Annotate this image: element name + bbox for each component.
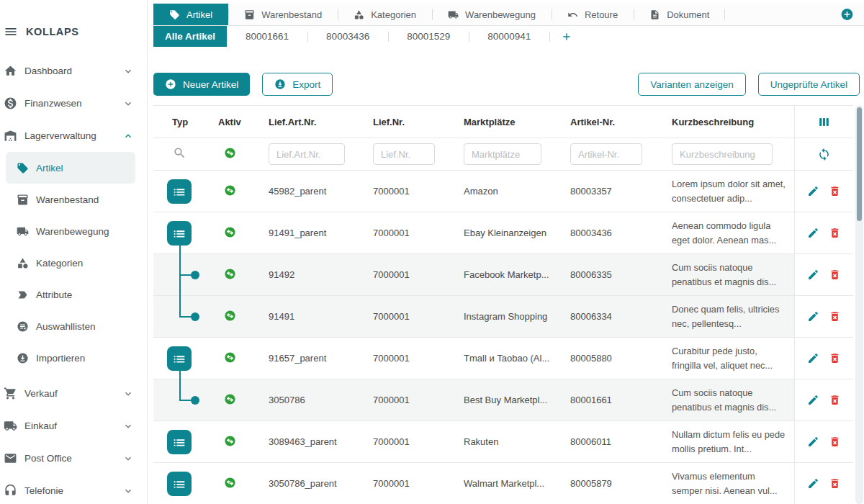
sidebar-item-importieren[interactable]: Importieren [6,342,135,374]
edit-button[interactable] [807,310,819,323]
tab-warenbestand[interactable]: Warenbestand [228,4,338,25]
sidebar-item-auswahllisten[interactable]: Auswahllisten [6,310,135,342]
tab-retoure[interactable]: Retoure [552,4,634,25]
tab-label: Kategorien [371,9,416,20]
subtab-0[interactable]: Alle Artikel [153,26,227,47]
table-row: 30507867000001Best Buy Marketpl...800016… [153,379,853,421]
sidebar-item-post-office[interactable]: Post Office [0,442,147,474]
filter-input-lief-art-nr[interactable] [269,143,345,165]
tab-kategorien[interactable]: Kategorien [338,4,432,25]
tab-label: Warenbestand [261,9,322,20]
sidebar-item-finanzwesen[interactable]: Finanzwesen [0,87,147,120]
filter-aktiv [202,147,252,162]
subtab-2[interactable]: 80003436 [307,26,388,47]
box-icon [17,194,29,206]
filter-input-marktplaetze[interactable] [464,143,541,165]
filter-input-kurzbeschreibung[interactable] [672,143,773,165]
scrollbar-thumb[interactable] [857,107,862,221]
show-variants-button[interactable]: Varianten anzeigen [638,73,745,96]
refresh-icon[interactable] [817,148,831,161]
sidebar-item-dashboard[interactable]: Dashboard [0,55,147,87]
delete-button[interactable] [829,310,841,323]
tag-icon [17,162,29,174]
pencil-icon [807,394,819,406]
list-icon [171,225,187,241]
filter-cell [652,143,794,165]
sidebar-item-label: Einkauf [24,420,57,431]
sidebar-item-label: Warenbestand [36,194,99,205]
filter-input-lief-nr[interactable] [373,143,435,165]
edit-button[interactable] [807,352,819,364]
edit-button[interactable] [807,185,819,197]
list-icon [171,351,187,366]
delete-button[interactable] [829,185,841,197]
table-body: 45982_parent7000001Amazon80003357Lorem i… [153,171,853,504]
cell-lief-art-nr: 91491 [252,311,356,322]
sidebar-item-attribute[interactable]: Attribute [6,279,135,310]
add-subtab-button[interactable] [549,26,584,47]
filter-typ [153,146,202,163]
pencil-icon [807,477,819,490]
sidebar-item-warenbewegung[interactable]: Warenbewegung [6,215,135,247]
tree-node-dot [191,396,199,405]
sidebar-item-label: Telefonie [24,485,63,496]
subtab-4[interactable]: 80000941 [469,26,549,47]
scrollbar-track[interactable] [855,105,863,504]
swap-circle-icon [224,226,236,238]
new-article-button[interactable]: Neuer Artikel [153,73,250,96]
list-icon [171,184,187,199]
tab-warenbewegung[interactable]: Warenbewegung [432,4,552,25]
tab-label: Dokument [667,9,709,20]
edit-button[interactable] [807,436,819,448]
cell-aktiv [202,351,252,366]
delete-button[interactable] [829,227,841,239]
header-actions [794,106,853,138]
sidebar-item-label: Post Office [24,453,72,464]
subtab-3[interactable]: 80001529 [388,26,469,47]
tab-artikel[interactable]: Artikel [153,4,228,25]
articles-table: Typ Aktiv Lief.Art.Nr. Lief.Nr. Marktplä… [153,105,853,504]
article-type-badge[interactable] [167,179,192,204]
edit-button[interactable] [807,394,819,406]
header-lief-nr: Lief.Nr. [356,117,454,127]
trash-x-icon [829,352,841,364]
sidebar-item-lagerverwaltung[interactable]: Lagerverwaltung [0,120,147,152]
cell-lief-art-nr: 91492 [252,269,356,280]
sidebar-item-artikel[interactable]: Artikel [6,152,135,184]
sidebar-item-verkauf[interactable]: Verkauf [0,377,147,410]
subtab-1[interactable]: 80001661 [227,26,307,47]
chevron-down-icon [122,66,134,77]
app-window: KOLLAPS DashboardFinanzwesenLagerverwalt… [0,0,864,504]
active-toggle-icon[interactable] [224,147,236,159]
filter-input-artikel-nr[interactable] [570,143,642,165]
trash-x-icon [829,436,841,448]
delete-button[interactable] [829,436,841,448]
menu-icon[interactable] [4,24,18,39]
header-typ: Typ [153,117,202,127]
article-type-badge[interactable] [167,472,192,496]
sidebar-item-telefonie[interactable]: Telefonie [0,474,147,504]
export-button[interactable]: Export [262,73,333,96]
delete-button[interactable] [829,477,841,490]
article-type-badge[interactable] [167,221,192,246]
delete-button[interactable] [829,352,841,364]
add-tab-icon[interactable] [840,8,854,22]
delete-button[interactable] [829,394,841,406]
article-type-badge[interactable] [167,430,192,454]
delete-button[interactable] [829,269,841,281]
edit-button[interactable] [807,269,819,281]
sidebar: KOLLAPS DashboardFinanzwesenLagerverwalt… [0,0,148,504]
columns-icon[interactable] [817,115,831,129]
cell-artikel-nr: 80006011 [558,436,652,447]
tab-dokument[interactable]: Dokument [634,4,725,25]
article-type-badge[interactable] [167,346,192,371]
edit-button[interactable] [807,477,819,490]
sidebar-item-label: Finanzwesen [24,98,82,109]
edit-button[interactable] [807,227,819,239]
sidebar-item-einkauf[interactable]: Einkauf [0,410,147,442]
unchecked-articles-button[interactable]: Ungeprüfte Artikel [758,73,860,96]
sidebar-item-warenbestand[interactable]: Warenbestand [6,184,135,215]
cell-typ [153,463,202,504]
sidebar-item-kategorien[interactable]: Kategorien [6,247,135,279]
swap-circle-icon [224,351,236,364]
